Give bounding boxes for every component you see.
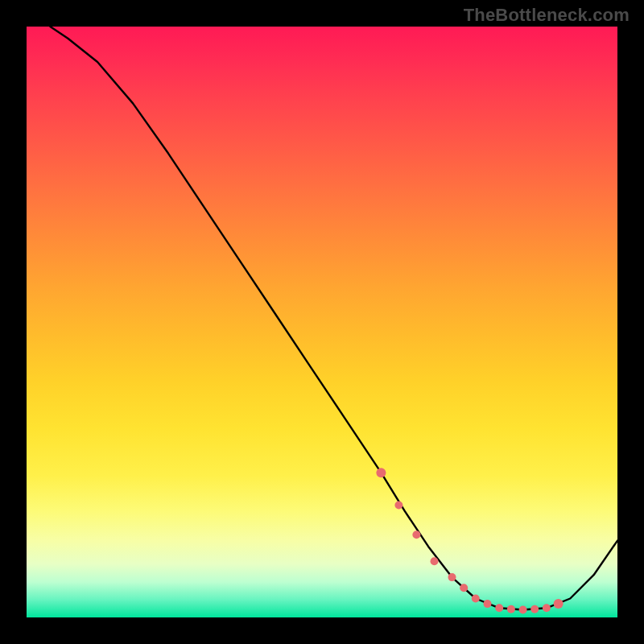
- marker-dot: [530, 605, 539, 613]
- near-zero-markers: [376, 468, 563, 613]
- marker-dot: [394, 502, 402, 510]
- chart-stage: TheBottleneck.com: [0, 0, 644, 644]
- bottleneck-curve: [50, 27, 617, 610]
- marker-dot: [448, 573, 456, 581]
- curve-layer: [50, 27, 617, 614]
- marker-dot: [431, 557, 439, 565]
- watermark-text: TheBottleneck.com: [464, 5, 630, 26]
- marker-dot: [472, 595, 480, 603]
- marker-dot: [543, 604, 551, 612]
- curve-svg: [27, 27, 617, 617]
- marker-dot: [412, 530, 420, 539]
- marker-dot: [507, 605, 515, 613]
- marker-dot: [554, 599, 564, 609]
- marker-dot: [460, 584, 468, 592]
- marker-dot: [519, 606, 527, 614]
- marker-dot: [376, 468, 386, 477]
- marker-dot: [484, 600, 492, 608]
- marker-dot: [495, 604, 503, 612]
- plot-area: [27, 27, 617, 617]
